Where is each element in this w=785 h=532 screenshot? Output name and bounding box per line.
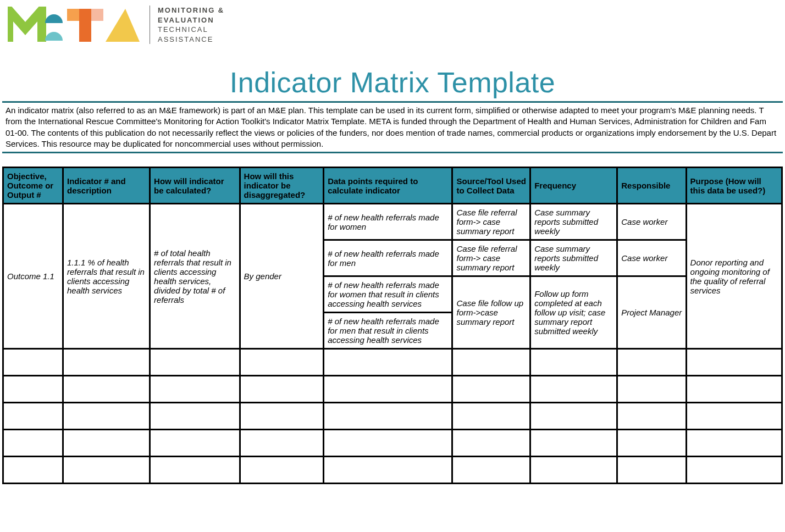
cell-frequency: Case summary reports submitted weekly bbox=[530, 204, 617, 240]
tagline-line4: ASSISTANCE bbox=[158, 35, 224, 45]
cell-objective: Outcome 1.1 bbox=[3, 204, 63, 349]
tagline-line2: EVALUATION bbox=[158, 15, 224, 25]
table-row-empty bbox=[3, 376, 782, 403]
cell-datapoint: # of new health referrals made for men t… bbox=[324, 313, 452, 349]
col-calculation: How will indicator be calculated? bbox=[150, 168, 240, 204]
cell-frequency: Follow up form completed at each follow … bbox=[530, 276, 617, 349]
col-objective: Objective, Outcome or Output # bbox=[3, 168, 63, 204]
col-frequency: Frequency bbox=[530, 168, 617, 204]
table-row-empty bbox=[3, 403, 782, 430]
cell-indicator: 1.1.1 % of health referrals that result … bbox=[63, 204, 150, 349]
cell-frequency: Case summary reports submitted weekly bbox=[530, 240, 617, 276]
table-row-empty bbox=[3, 349, 782, 376]
cell-source: Case file referral form-> case summary r… bbox=[452, 204, 530, 240]
col-disaggregation: How will this indicator be disaggregated… bbox=[240, 168, 324, 204]
tagline: MONITORING & EVALUATION TECHNICAL ASSIST… bbox=[150, 5, 224, 44]
cell-responsible: Case worker bbox=[617, 240, 686, 276]
document-header: MONITORING & EVALUATION TECHNICAL ASSIST… bbox=[2, 5, 783, 55]
svg-marker-4 bbox=[106, 9, 140, 42]
table-row: Outcome 1.1 1.1.1 % of health referrals … bbox=[3, 204, 782, 240]
indicator-matrix-table: Objective, Outcome or Output # Indicator… bbox=[2, 167, 783, 484]
cell-purpose: Donor reporting and ongoing monitoring o… bbox=[686, 204, 782, 349]
svg-rect-2 bbox=[91, 9, 103, 21]
page-title: Indicator Matrix Template bbox=[2, 66, 783, 99]
table-header-row: Objective, Outcome or Output # Indicator… bbox=[3, 168, 782, 204]
table-row-empty bbox=[3, 430, 782, 457]
svg-rect-0 bbox=[67, 9, 79, 21]
tagline-line1: MONITORING & bbox=[158, 5, 224, 15]
cell-source: Case file follow up form->case summary r… bbox=[452, 276, 530, 349]
cell-datapoint: # of new health referrals made for women… bbox=[324, 276, 452, 313]
cell-responsible: Case worker bbox=[617, 204, 686, 240]
svg-rect-3 bbox=[79, 21, 91, 42]
col-indicator: Indicator # and description bbox=[63, 168, 150, 204]
cell-calculation: # of total health referrals that result … bbox=[150, 204, 240, 349]
meta-logo bbox=[8, 7, 140, 43]
cell-datapoint: # of new health referrals made for women bbox=[324, 204, 452, 240]
cell-responsible: Project Manager bbox=[617, 276, 686, 349]
col-source: Source/Tool Used to Collect Data bbox=[452, 168, 530, 204]
cell-source: Case file referral form-> case summary r… bbox=[452, 240, 530, 276]
tagline-line3: TECHNICAL bbox=[158, 25, 224, 35]
table-row-empty bbox=[3, 457, 782, 484]
col-responsible: Responsible bbox=[617, 168, 686, 204]
svg-rect-1 bbox=[79, 9, 91, 21]
intro-text: An indicator matrix (also referred to as… bbox=[2, 101, 783, 153]
col-datapoints: Data points required to calculate indica… bbox=[324, 168, 452, 204]
cell-datapoint: # of new health referrals made for men bbox=[324, 240, 452, 276]
cell-disaggregation: By gender bbox=[240, 204, 324, 349]
col-purpose: Purpose (How will this data be used?) bbox=[686, 168, 782, 204]
